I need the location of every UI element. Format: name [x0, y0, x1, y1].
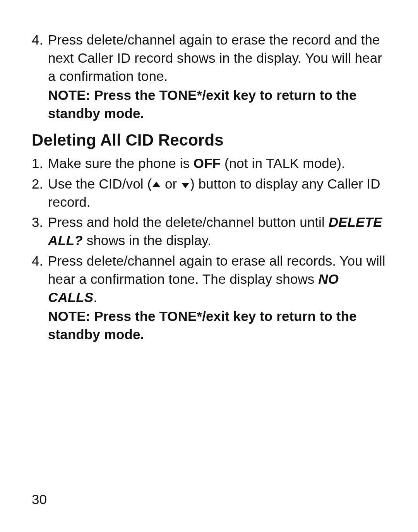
arrow-down-icon [182, 183, 189, 188]
text-fragment: (not in TALK mode). [221, 156, 345, 171]
step-text: Press and hold the delete/channel button… [48, 215, 382, 248]
section-heading: Deleting All CID Records [32, 129, 388, 151]
off-label: OFF [194, 156, 221, 171]
previous-section-continuation: 4. Press delete/channel again to erase t… [32, 31, 388, 122]
step-text: Press delete/channel again to erase the … [48, 32, 382, 84]
step-4: 4. Press delete/channel again to erase a… [32, 252, 388, 343]
step-2: 2. Use the CID/vol ( or ) button to disp… [32, 175, 388, 211]
text-fragment: shows in the display. [83, 233, 211, 248]
step-3: 3. Press and hold the delete/channel but… [32, 213, 388, 250]
step-4-previous: 4. Press delete/channel again to erase t… [32, 31, 388, 122]
list-number: 4. [32, 252, 43, 270]
note-text: NOTE: Press the TONE*/exit key to return… [48, 86, 388, 123]
step-text: Make sure the phone is OFF (not in TALK … [48, 156, 345, 171]
step-1: 1. Make sure the phone is OFF (not in TA… [32, 154, 388, 173]
list-number: 4. [32, 31, 43, 49]
list-number: 2. [32, 175, 43, 193]
text-fragment: or [161, 176, 181, 191]
step-text: Press delete/channel again to erase all … [48, 253, 385, 305]
list-number: 3. [32, 213, 43, 232]
text-fragment: Make sure the phone is [48, 156, 194, 171]
text-fragment: . [93, 290, 97, 305]
arrow-up-icon [152, 182, 160, 187]
manual-page: 4. Press delete/channel again to erase t… [0, 0, 418, 532]
note-text: NOTE: Press the TONE*/exit key to return… [48, 307, 388, 344]
step-text: Use the CID/vol ( or ) button to display… [48, 176, 380, 209]
list-number: 1. [32, 154, 43, 173]
page-number: 30 [32, 491, 47, 509]
text-fragment: Press and hold the delete/channel button… [48, 215, 329, 230]
steps-list: 1. Make sure the phone is OFF (not in TA… [32, 154, 388, 344]
text-fragment: Use the CID/vol ( [48, 176, 152, 191]
